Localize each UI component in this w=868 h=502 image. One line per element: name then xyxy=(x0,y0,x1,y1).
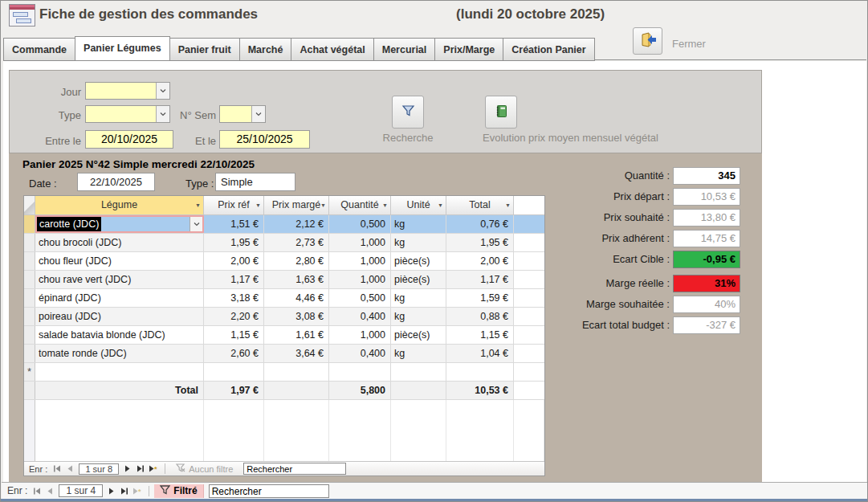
cell-prix_marge[interactable]: 4,46 € xyxy=(264,289,329,307)
row-selector[interactable] xyxy=(24,252,35,270)
cell-prix_marge[interactable]: 3,64 € xyxy=(264,345,329,362)
cell-prix_ref[interactable]: 1,95 € xyxy=(204,234,264,251)
empty-cell-legume[interactable] xyxy=(35,363,204,381)
tab-mercurial[interactable]: Mercurial xyxy=(373,38,436,61)
first-record-button[interactable] xyxy=(51,463,63,475)
column-filter-arrow-icon[interactable]: ▼ xyxy=(255,196,261,214)
row-selector[interactable] xyxy=(24,308,35,325)
row-selector[interactable] xyxy=(24,382,35,399)
chevron-down-icon[interactable] xyxy=(251,106,265,122)
cell-prix_ref[interactable]: 2,60 € xyxy=(204,345,264,362)
column-header-legume[interactable]: Légume▼ xyxy=(35,196,204,214)
cell-prix_ref[interactable]: 2,00 € xyxy=(204,252,264,270)
filtered-toggle[interactable]: Filtré xyxy=(154,484,203,498)
cell-prix_marge[interactable]: 1,63 € xyxy=(264,271,329,288)
new-record-button[interactable]: * xyxy=(131,485,144,496)
cell-prix_ref[interactable]: 3,18 € xyxy=(204,289,264,307)
select-all-cell[interactable] xyxy=(24,196,35,214)
cell-unite[interactable]: pièce(s) xyxy=(391,326,446,344)
chevron-down-icon[interactable] xyxy=(189,217,202,231)
tab-commande[interactable]: Commande xyxy=(3,38,75,61)
cell-quantite[interactable]: 0,400 xyxy=(329,308,391,325)
column-filter-arrow-icon[interactable]: ▼ xyxy=(382,196,388,214)
column-filter-arrow-icon[interactable]: ▼ xyxy=(195,196,201,214)
last-record-button[interactable] xyxy=(134,463,147,475)
row-selector[interactable] xyxy=(24,326,35,344)
row-selector[interactable]: * xyxy=(24,363,35,381)
row-selector[interactable] xyxy=(24,289,35,307)
jour-combobox[interactable] xyxy=(85,82,170,100)
empty-cell-prix_marge[interactable] xyxy=(264,363,329,381)
type-combobox[interactable] xyxy=(85,105,170,123)
chevron-down-icon[interactable] xyxy=(156,106,169,122)
column-header-prix_ref[interactable]: Prix réf▼ xyxy=(204,196,264,214)
first-record-button[interactable] xyxy=(31,485,43,496)
tab-prix-marge[interactable]: Prix/Marge xyxy=(434,38,503,61)
panier-date-field[interactable]: 22/10/2025 xyxy=(77,173,155,191)
cell-unite[interactable]: pièce(s) xyxy=(391,271,446,288)
column-filter-arrow-icon[interactable]: ▼ xyxy=(320,196,326,214)
cell-prix_ref[interactable]: 2,20 € xyxy=(204,308,264,325)
sem-combobox[interactable] xyxy=(219,105,266,123)
cell-legume[interactable]: tomate ronde (JDC) xyxy=(35,345,204,362)
column-header-quantite[interactable]: Quantité▼ xyxy=(329,196,391,214)
cell-prix_ref[interactable]: 1,17 € xyxy=(204,271,264,288)
cell-prix_ref[interactable]: 1,15 € xyxy=(204,326,264,344)
cell-quantite[interactable]: 1,000 xyxy=(329,252,391,270)
row-selector[interactable] xyxy=(24,400,35,463)
cell-prix_marge[interactable]: 2,12 € xyxy=(264,215,329,233)
cell-unite[interactable]: pièce(s) xyxy=(391,252,446,270)
stat-value-box[interactable]: 345 xyxy=(673,167,740,185)
cell-quantite[interactable]: 0,400 xyxy=(329,345,391,362)
cell-prix_marge[interactable]: 2,80 € xyxy=(264,252,329,270)
cell-total[interactable]: 1,15 € xyxy=(446,326,514,344)
cell-prix_marge[interactable]: 2,73 € xyxy=(264,234,329,251)
next-record-button[interactable] xyxy=(105,485,118,496)
cell-unite[interactable]: kg xyxy=(391,289,446,307)
empty-cell-unite[interactable] xyxy=(391,363,446,381)
row-selector[interactable] xyxy=(24,271,35,288)
empty-cell-total[interactable] xyxy=(446,363,514,381)
cell-quantite[interactable]: 1,000 xyxy=(329,234,391,251)
datasheet-search-input[interactable]: Rechercher xyxy=(243,463,346,475)
cell-quantite[interactable]: 1,000 xyxy=(329,271,391,288)
column-header-total[interactable]: Total▼ xyxy=(446,196,514,214)
column-filter-arrow-icon[interactable]: ▼ xyxy=(505,196,511,214)
last-record-button[interactable] xyxy=(118,485,131,496)
column-header-prix_marge[interactable]: Prix margé▼ xyxy=(264,196,329,214)
cell-total[interactable]: 0,76 € xyxy=(446,215,514,233)
cell-legume[interactable]: salade batavia blonde (JDC) xyxy=(35,326,204,344)
no-filter-toggle[interactable]: Aucun filtre xyxy=(170,463,238,475)
evolution-button[interactable] xyxy=(485,96,517,129)
cell-unite[interactable]: kg xyxy=(391,345,446,362)
row-selector[interactable] xyxy=(24,345,35,362)
cell-total[interactable]: 1,04 € xyxy=(446,345,514,362)
previous-record-button[interactable] xyxy=(43,485,56,496)
chevron-down-icon[interactable] xyxy=(156,83,169,99)
cell-legume[interactable]: chou fleur (JDC) xyxy=(35,252,204,270)
cell-prix_ref[interactable]: 1,51 € xyxy=(204,215,264,233)
column-header-unite[interactable]: Unité▼ xyxy=(391,196,446,214)
row-selector[interactable] xyxy=(24,215,35,233)
empty-cell-quantite[interactable] xyxy=(329,363,391,381)
cell-legume[interactable]: poireau (JDC) xyxy=(35,308,204,325)
cell-unite[interactable]: kg xyxy=(391,308,446,325)
cell-legume[interactable]: épinard (JDC) xyxy=(35,289,204,307)
legume-combobox[interactable]: carotte (JDC) xyxy=(35,215,204,233)
cell-total[interactable]: 2,00 € xyxy=(446,252,514,270)
previous-record-button[interactable] xyxy=(63,463,76,475)
cell-quantite[interactable]: 0,500 xyxy=(329,215,391,233)
column-filter-arrow-icon[interactable]: ▼ xyxy=(438,196,443,214)
new-record-row[interactable]: * xyxy=(24,363,544,382)
cell-quantite[interactable]: 1,000 xyxy=(329,326,391,344)
cell-total[interactable]: 1,59 € xyxy=(446,289,514,307)
cell-unite[interactable]: kg xyxy=(391,234,446,251)
recherche-button[interactable] xyxy=(392,96,424,129)
new-record-button[interactable]: * xyxy=(147,463,160,475)
tab-achat-v-g-tal[interactable]: Achat végétal xyxy=(291,38,373,61)
cell-total[interactable]: 0,88 € xyxy=(446,308,514,325)
date-to-field[interactable]: 25/10/2025 xyxy=(219,130,310,149)
cell-total[interactable]: 1,95 € xyxy=(446,234,514,251)
cell-total[interactable]: 1,17 € xyxy=(446,271,514,288)
tab-march-[interactable]: Marché xyxy=(239,38,292,61)
